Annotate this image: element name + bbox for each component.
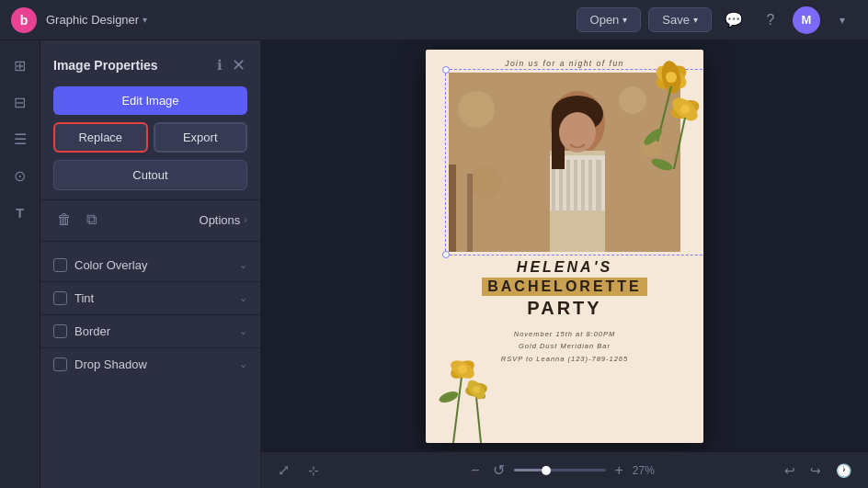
replace-label: Replace	[78, 131, 122, 144]
canvas-container[interactable]: Join us for a night of fun	[261, 40, 868, 451]
border-label: Border	[74, 324, 232, 338]
panel-header: Image Properties ℹ ✕	[40, 40, 260, 86]
canvas-area: Join us for a night of fun	[261, 40, 868, 488]
color-overlay-label: Color Overlay	[74, 258, 232, 272]
save-button[interactable]: Save ▾	[648, 7, 712, 32]
svg-point-3	[666, 72, 677, 83]
properties-panel: Image Properties ℹ ✕ Edit Image Replace …	[40, 40, 261, 488]
tint-row[interactable]: Tint ⌄	[40, 284, 260, 312]
svg-point-20	[473, 386, 480, 393]
svg-point-40	[559, 112, 596, 153]
layers-icon-button[interactable]: ⊞	[5, 50, 36, 81]
svg-rect-34	[574, 160, 577, 210]
drop-shadow-label: Drop Shadow	[74, 357, 232, 371]
svg-rect-33	[566, 160, 570, 210]
crop-button[interactable]: ⊹	[303, 458, 325, 482]
divider-3	[40, 347, 260, 348]
sliders-icon-button[interactable]: ⊟	[5, 86, 36, 118]
panel-actions: Edit Image Replace Export Cutout	[40, 86, 260, 199]
pages-icon-button[interactable]: ☰	[5, 123, 36, 154]
options-list: Color Overlay ⌄ Tint ⌄ Border ⌄ Drop Sha…	[40, 244, 260, 386]
app-name-button[interactable]: Graphic Designer ▾	[46, 13, 147, 27]
bottom-toolbar-left: ⤢ ⊹	[272, 458, 325, 482]
zoom-reset-button[interactable]: ↺	[489, 458, 508, 482]
color-overlay-chevron: ⌄	[239, 259, 247, 271]
svg-point-10	[650, 156, 674, 173]
svg-line-11	[453, 369, 463, 443]
duplicate-icon-button[interactable]: ⧉	[83, 208, 100, 232]
tint-checkbox[interactable]	[53, 291, 67, 305]
app-name-label: Graphic Designer	[46, 13, 139, 27]
divider-1	[40, 281, 260, 282]
undo-button[interactable]: ↩	[779, 460, 801, 482]
replace-export-row: Replace Export	[53, 122, 247, 153]
zoom-slider-thumb[interactable]	[542, 466, 551, 475]
panel-title: Image Properties	[53, 58, 210, 73]
zoom-controls: − ↺ + 27%	[467, 458, 662, 482]
zoom-in-button[interactable]: +	[611, 459, 627, 482]
options-label: Options	[200, 213, 241, 227]
svg-point-6	[680, 105, 690, 114]
topbar-chevron-button[interactable]: ▾	[828, 6, 857, 35]
card-name-label: HELENA'S	[517, 259, 612, 275]
color-overlay-row[interactable]: Color Overlay ⌄	[40, 251, 260, 279]
color-overlay-checkbox[interactable]	[53, 258, 67, 272]
chat-icon-button[interactable]: 💬	[719, 6, 748, 35]
border-chevron: ⌄	[239, 325, 247, 337]
save-label: Save	[662, 13, 690, 27]
zoom-slider[interactable]	[514, 469, 606, 471]
open-chevron: ▾	[622, 15, 627, 25]
options-button[interactable]: Options ›	[200, 213, 247, 227]
close-panel-button[interactable]: ✕	[230, 53, 247, 77]
help-icon-button[interactable]: ?	[756, 6, 785, 35]
svg-point-25	[469, 166, 502, 199]
people-icon-button[interactable]: ⊙	[5, 160, 36, 191]
open-label: Open	[590, 13, 620, 27]
cutout-label: Cutout	[132, 168, 167, 182]
card-bachelorette-label: BACHELORETTE	[487, 278, 642, 294]
cutout-button[interactable]: Cutout	[53, 160, 247, 190]
card-bachelorette-bg: BACHELORETTE	[482, 278, 647, 296]
svg-rect-27	[467, 174, 473, 252]
fit-to-screen-button[interactable]: ⤢	[272, 458, 295, 482]
app-name-chevron: ▾	[143, 15, 147, 25]
card-name-line1: HELENA'S	[435, 259, 694, 276]
info-icon-button[interactable]: ℹ	[215, 55, 224, 75]
card-name-line2: BACHELORETTE	[487, 278, 642, 295]
svg-rect-26	[449, 165, 456, 252]
avatar[interactable]: M	[793, 6, 820, 34]
save-chevron: ▾	[693, 15, 698, 25]
svg-line-8	[674, 118, 685, 169]
options-chevron: ›	[244, 214, 247, 225]
drop-shadow-row[interactable]: Drop Shadow ⌄	[40, 350, 260, 379]
icon-sidebar: ⊞ ⊟ ☰ ⊙ T	[0, 40, 40, 488]
drop-shadow-chevron: ⌄	[239, 358, 247, 370]
topbar-actions: Open ▾ Save ▾ 💬 ? M ▾	[577, 6, 857, 35]
edit-image-button[interactable]: Edit Image	[53, 86, 247, 115]
zoom-slider-fill	[514, 469, 542, 471]
bottom-toolbar: ⤢ ⊹ − ↺ + 27% ↩ ↪ 🕐	[261, 451, 868, 488]
design-card[interactable]: Join us for a night of fun	[426, 50, 703, 443]
replace-button[interactable]: Replace	[53, 122, 148, 153]
svg-point-22	[458, 91, 495, 128]
avatar-letter: M	[802, 13, 812, 27]
open-button[interactable]: Open ▾	[577, 7, 642, 32]
border-checkbox[interactable]	[53, 324, 67, 338]
trash-icon-button[interactable]: 🗑	[53, 208, 75, 232]
flowers-tr	[593, 50, 703, 215]
flowers-bl	[426, 323, 508, 443]
text-icon-button[interactable]: T	[5, 197, 36, 228]
history-button[interactable]: 🕐	[830, 460, 857, 482]
drop-shadow-checkbox[interactable]	[53, 357, 67, 371]
export-button[interactable]: Export	[154, 122, 248, 153]
main-layout: ⊞ ⊟ ☰ ⊙ T Image Properties ℹ ✕ Edit Imag…	[0, 40, 868, 488]
border-row[interactable]: Border ⌄	[40, 317, 260, 346]
export-label: Export	[183, 131, 218, 144]
svg-line-17	[476, 397, 481, 443]
svg-point-9	[642, 126, 665, 147]
divider-2	[40, 314, 260, 315]
svg-point-15	[438, 389, 460, 404]
redo-button[interactable]: ↪	[805, 460, 827, 482]
svg-rect-35	[581, 160, 585, 210]
zoom-out-button[interactable]: −	[467, 459, 483, 482]
